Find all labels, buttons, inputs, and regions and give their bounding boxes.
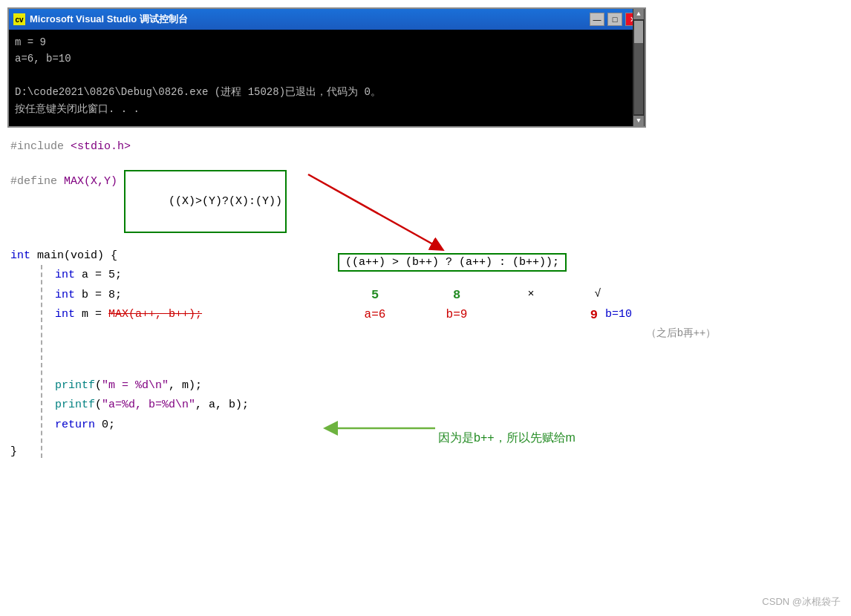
output-line-3	[15, 68, 630, 84]
console-titlebar: cv Microsoft Visual Studio 调试控制台 — □ ✕	[9, 9, 645, 30]
output-line-4: D:\code2021\0826\Debug\0826.exe (进程 1502…	[15, 84, 630, 100]
eval-numbers-row: 5 8 × √	[338, 288, 724, 302]
console-scrollbar[interactable]: ▲ ▼	[633, 9, 645, 126]
eval-b9: b=9	[412, 308, 501, 322]
scroll-down-arrow[interactable]: ▼	[633, 116, 644, 126]
eval-expansion-container: ((a++) > (b++) ? (a++) : (b++));	[338, 253, 567, 272]
console-icon: cv	[13, 13, 25, 25]
define-line: #define MAX(X,Y) ((X)>(Y)?(X):(Y))	[10, 170, 841, 233]
console-output: m = 9 a=6, b=10 D:\code2021\0826\Debug\0…	[9, 30, 645, 126]
eval-check: √	[561, 288, 635, 302]
console-title-text: Microsoft Visual Studio 调试控制台	[30, 13, 188, 26]
minimize-button[interactable]: —	[590, 13, 604, 26]
output-line-1: m = 9	[15, 34, 630, 50]
return-line: return 0;	[10, 416, 841, 435]
printf1-line: printf("m = %d\n", m);	[10, 376, 841, 396]
eval-num2: 8	[412, 288, 501, 302]
closing-brace: }	[10, 442, 841, 462]
annotation-text: 因为是b++，所以先赋给m	[438, 430, 576, 446]
console-title-left: cv Microsoft Visual Studio 调试控制台	[13, 13, 188, 26]
scroll-track	[634, 21, 643, 114]
macro-call-strikethrough: MAX(a++, b++);	[108, 305, 202, 324]
output-line-2: a=6, b=10	[15, 50, 630, 67]
output-line-5: 按任意键关闭此窗口. . .	[15, 101, 630, 117]
include-line: #include <stdio.h>	[10, 137, 841, 157]
eval-num1: 5	[338, 288, 412, 302]
restore-button[interactable]: □	[607, 13, 622, 26]
eval-9: 9	[561, 308, 598, 322]
eval-cross: ×	[501, 288, 561, 302]
eval-values-row: a=6 b=9 9 b=10	[338, 308, 739, 322]
eval-expansion-text: ((a++) > (b++) ? (a++) : (b++));	[345, 256, 559, 269]
scroll-thumb[interactable]	[634, 21, 643, 43]
eval-a6: a=6	[338, 308, 412, 322]
console-window: cv Microsoft Visual Studio 调试控制台 — □ ✕ m…	[7, 7, 646, 128]
scroll-up-arrow[interactable]: ▲	[633, 9, 644, 19]
eval-b10: b=10	[605, 308, 665, 322]
eval-expansion-box: ((a++) > (b++) ? (a++) : (b++));	[338, 253, 567, 272]
macro-definition-box: ((X)>(Y)?(X):(Y))	[124, 170, 287, 233]
watermark: CSDN @冰棍袋子	[762, 595, 841, 609]
eval-note: （之后b再++）	[646, 327, 716, 340]
gutter-line	[41, 265, 42, 458]
printf2-line: printf("a=%d, b=%d\n", a, b);	[10, 396, 841, 415]
